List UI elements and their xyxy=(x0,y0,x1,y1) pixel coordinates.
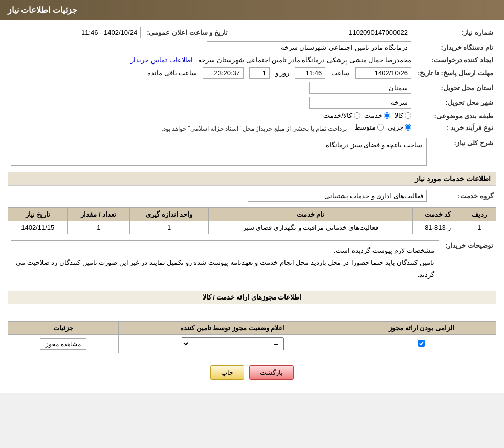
service-group-label: گروه خدمت: xyxy=(430,188,496,203)
need-desc-label: شرح کلی نیاز: xyxy=(430,136,496,167)
purchase-radio-motevaset[interactable] xyxy=(377,124,384,131)
buyer-notes-label: توضیحات خریدار: xyxy=(442,239,496,287)
announce-datetime: 1402/10/24 - 11:46 xyxy=(59,27,141,38)
permit-col-details: جزئیات xyxy=(8,322,119,335)
services-table: ردیف کد خدمت نام خدمت واحد اندازه گیری ت… xyxy=(8,207,496,234)
city-value: سرخه xyxy=(8,95,414,110)
category-radio-kala-khedmat[interactable] xyxy=(354,112,360,119)
permits-table: الزامی بودن ارائه مجوز اعلام وضعیت مجوز … xyxy=(8,321,496,353)
row-date: 1402/11/15 xyxy=(8,221,68,234)
row-quantity: 1 xyxy=(68,221,130,234)
buyer-notes-line1: مشخصات لازم پیوست گردیده است. xyxy=(15,245,434,257)
permits-section-header: اطلاعات مجوزهای ارائه خدمت / کالا xyxy=(8,291,496,304)
purchase-radio-jozi[interactable] xyxy=(405,124,411,131)
announce-datetime-label: تاریخ و ساعت اعلان عمومی: xyxy=(144,25,231,40)
category-option-khedmat: خدمت xyxy=(364,112,390,119)
buyer-name-label: نام دستگاه خریدار: xyxy=(414,40,496,55)
category-option-kala: کالا xyxy=(395,112,411,119)
need-description-text: ساخت باغچه و فضای سبز درمانگاه xyxy=(326,141,422,149)
col-date: تاریخ نیاز xyxy=(8,208,68,221)
province-value: سمنان xyxy=(8,80,414,95)
city: سرخه xyxy=(309,97,411,109)
main-content: شماره نیاز: 1102090147000022 تاریخ و ساع… xyxy=(0,20,504,393)
reply-deadline-value: 1402/10/26 ساعت 11:46 روز و 1 23:20:37 س… xyxy=(8,66,414,80)
need-number: 1102090147000022 xyxy=(299,27,411,38)
creator-label: ایجاد کننده درخواست: xyxy=(414,55,496,66)
row-unit: 1 xyxy=(130,221,209,234)
category-radio-khedmat[interactable] xyxy=(384,112,390,119)
page-header: جزئیات اطلاعات نیاز xyxy=(0,0,504,20)
col-unit: واحد اندازه گیری xyxy=(130,208,209,221)
category-value: کالا/خدمت خدمت کالا xyxy=(8,110,414,122)
purchase-type-label: نوع فرآیند خرید : xyxy=(414,122,496,134)
purchase-type-value: متوسط جزیی پرداخت تمام یا بخشی از مبلغ خ… xyxy=(8,122,414,134)
permit-row: -- مشاهده مجوز xyxy=(8,335,496,353)
col-row: ردیف xyxy=(463,208,496,221)
permit-details-cell: مشاهده مجوز xyxy=(8,335,119,353)
permit-col-required: الزامی بودن ارائه مجوز xyxy=(347,322,496,335)
permit-col-status: اعلام وضعیت مجوز توسط تامین کننده xyxy=(118,322,347,335)
reply-time-label: ساعت xyxy=(331,69,349,77)
reply-day-label: روز و xyxy=(275,69,290,77)
announce-datetime-value: 1402/10/24 - 11:46 xyxy=(8,25,144,40)
category-option-kala-khedmat: کالا/خدمت xyxy=(323,112,360,119)
page-title: جزئیات اطلاعات نیاز xyxy=(8,6,77,14)
reply-date: 1402/10/26 xyxy=(355,67,411,79)
purchase-option-motevaset: متوسط xyxy=(355,123,384,131)
creator-name: محمدرضا جمال منشی پزشکی درمانگاه مادر تا… xyxy=(198,56,411,64)
city-label: شهر محل تحویل: xyxy=(414,95,496,110)
province: سمنان xyxy=(309,82,411,94)
col-quantity: تعداد / مقدار xyxy=(68,208,130,221)
contact-link[interactable]: اطلاعات تماس خریدار xyxy=(130,56,192,64)
table-row: 1 ز-813-81 فعالیت‌های خدماتی مراقبت و نگ… xyxy=(8,221,496,234)
category-radio-kala[interactable] xyxy=(405,112,411,119)
reply-remaining: 23:20:37 xyxy=(203,67,244,79)
reply-remaining-label: ساعت باقی مانده xyxy=(147,69,197,77)
row-number: 1 xyxy=(463,221,496,234)
reply-deadline-label: مهلت ارسال پاسخ: تا تاریخ: xyxy=(414,66,496,80)
need-desc-value: ساخت باغچه و فضای سبز درمانگاه xyxy=(8,136,430,167)
permit-status-cell: -- xyxy=(118,335,347,353)
province-label: استان محل تحویل: xyxy=(414,80,496,95)
footer-buttons: بازگشت چاپ xyxy=(8,357,496,388)
service-group-value: فعالیت‌های اداری و خدمات پشتیبانی xyxy=(8,188,430,203)
buyer-notes-content: مشخصات لازم پیوست گردیده است. تامین کنند… xyxy=(11,240,439,285)
need-number-value: 1102090147000022 xyxy=(231,25,414,40)
buyer-name-value: درمانگاه مادر تامین اجتماعی شهرستان سرخه xyxy=(8,40,414,55)
view-permit-button[interactable]: مشاهده مجوز xyxy=(40,338,86,350)
permit-status-select[interactable]: -- xyxy=(182,337,284,350)
buyer-notes-table: توضیحات خریدار: مشخصات لازم پیوست گردیده… xyxy=(8,239,496,287)
row-code: ز-813-81 xyxy=(413,221,463,234)
category-label: طبقه بندی موضوعی: xyxy=(414,110,496,122)
print-button[interactable]: چاپ xyxy=(210,365,244,380)
reply-day: 1 xyxy=(249,67,270,79)
creator-value: محمدرضا جمال منشی پزشکی درمانگاه مادر تا… xyxy=(8,55,414,66)
permit-required-checkbox[interactable] xyxy=(418,340,425,347)
need-number-label: شماره نیاز: xyxy=(414,25,496,40)
col-code: کد خدمت xyxy=(413,208,463,221)
services-section-header: اطلاعات خدمات مورد نیاز xyxy=(8,172,496,186)
service-group-table: گروه خدمت: فعالیت‌های اداری و خدمات پشتی… xyxy=(8,188,496,203)
need-description-table: شرح کلی نیاز: ساخت باغچه و فضای سبز درما… xyxy=(8,136,496,167)
reply-time: 11:46 xyxy=(295,67,325,79)
purchase-note: پرداخت تمام یا بخشی از مبلغ خریداز محل "… xyxy=(162,125,347,132)
service-group: فعالیت‌های اداری و خدمات پشتیبانی xyxy=(248,190,427,202)
buyer-notes-line2: تامین کنندگان باید حتما حضورا در محل باز… xyxy=(15,257,434,281)
purchase-option-jozi: جزیی xyxy=(388,123,411,131)
row-name: فعالیت‌های خدماتی مراقبت و نگهداری فضای … xyxy=(208,221,413,234)
buyer-name: درمانگاه مادر تامین اجتماعی شهرستان سرخه xyxy=(207,41,411,53)
page-wrapper: جزئیات اطلاعات نیاز شماره نیاز: 11020901… xyxy=(0,0,504,393)
back-button[interactable]: بازگشت xyxy=(249,365,294,380)
col-name: نام خدمت xyxy=(208,208,413,221)
permit-required-cell xyxy=(347,335,496,353)
need-info-table: شماره نیاز: 1102090147000022 تاریخ و ساع… xyxy=(8,25,496,134)
buyer-notes-value: مشخصات لازم پیوست گردیده است. تامین کنند… xyxy=(8,239,442,287)
